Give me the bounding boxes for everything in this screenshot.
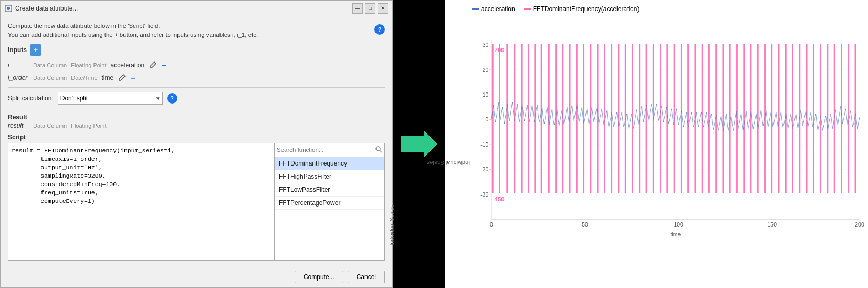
svg-rect-98 [562,120,563,193]
svg-rect-81 [813,44,814,120]
svg-rect-87 [855,44,856,120]
close-button[interactable]: ✕ [378,3,388,14]
function-item-3[interactable]: FFTPercentagePower [275,197,384,210]
svg-rect-139 [848,120,849,193]
svg-rect-125 [750,120,752,193]
svg-rect-73 [757,44,759,120]
minimize-button[interactable]: — [352,3,363,14]
svg-rect-40 [528,44,529,120]
svg-text:-10: -10 [480,142,488,148]
svg-rect-41 [534,44,536,120]
input-type-order-1: Data Column [33,75,67,81]
svg-rect-90 [506,120,508,193]
svg-text:-30: -30 [480,192,488,198]
svg-text:10: 10 [483,92,489,98]
add-input-button[interactable]: + [30,44,41,56]
split-help-button[interactable]: ? [167,93,177,104]
svg-rect-61 [674,44,675,120]
svg-rect-79 [799,44,800,120]
function-item-1[interactable]: FFTHighPassFilter [275,170,384,183]
svg-rect-134 [813,120,814,193]
edit-icon-i[interactable] [149,61,157,69]
inputs-label: Inputs [8,46,27,54]
svg-rect-109 [639,120,640,193]
svg-text:50: 50 [582,222,588,228]
info-section: Compute the new data attribute below in … [8,22,385,40]
script-label: Script [8,133,385,141]
svg-rect-94 [534,120,536,193]
legend-item-acceleration: acceleration [472,5,515,13]
result-var: result [8,122,29,129]
maximize-button[interactable]: □ [365,3,375,14]
svg-rect-65 [702,44,703,120]
svg-rect-115 [681,120,682,193]
svg-rect-72 [750,44,752,120]
svg-rect-133 [806,120,808,193]
svg-rect-63 [687,44,689,120]
input-var-i: i [8,61,29,69]
search-input[interactable] [277,147,373,153]
svg-rect-38 [514,44,516,120]
input-value-i: acceleration [110,61,144,69]
svg-rect-68 [723,44,724,120]
title-bar: Create data attribute... — □ ✕ [1,1,392,16]
svg-rect-92 [521,120,523,193]
svg-rect-137 [834,120,835,193]
svg-rect-59 [660,44,661,120]
svg-rect-58 [653,44,654,120]
svg-rect-84 [834,44,835,120]
svg-rect-127 [764,120,766,193]
script-section: Script result = FFTDominantFrequency(inp… [8,133,385,261]
legend-color-fft [524,8,531,10]
function-item-2[interactable]: FFTLowPassFilter [275,183,384,197]
function-item-0[interactable]: FFTDominantFrequency [275,157,384,170]
edit-icon-order[interactable] [118,74,126,82]
split-label: Split calculation: [8,95,54,102]
svg-rect-64 [694,44,696,120]
svg-rect-104 [604,120,605,193]
svg-text:Individual Scales: Individual Scales [389,204,395,245]
svg-text:20: 20 [483,67,489,73]
svg-rect-45 [562,44,563,120]
svg-rect-119 [708,120,710,193]
result-type-2: Floating Point [71,122,106,129]
svg-rect-129 [778,120,780,193]
function-search-panel: FFTDominantFrequency FFTHighPassFilter F… [274,143,384,261]
cancel-button[interactable]: Cancel [348,271,385,283]
chart-container: Individual Scales 30 20 10 0 -10 -20 [472,17,860,272]
svg-line-3 [380,150,382,152]
inputs-section: Inputs + i Data Column Floating Point ac… [8,44,385,83]
svg-rect-86 [848,44,849,120]
result-section: Result result Data Column Floating Point [8,114,385,129]
result-label: Result [8,114,385,121]
compute-button[interactable]: Compute... [295,271,343,283]
remove-icon-i[interactable]: − [161,61,170,69]
svg-text:100: 100 [674,222,683,228]
title-bar-left: Create data attribute... [5,5,78,12]
svg-rect-103 [597,120,599,193]
input-type-i-2: Floating Point [71,62,106,68]
svg-rect-120 [715,120,717,193]
svg-rect-113 [666,120,668,193]
input-row-i: i Data Column Floating Point acceleratio… [8,60,385,70]
svg-rect-114 [674,120,675,193]
svg-rect-55 [632,44,633,120]
fft-series [492,44,856,193]
svg-rect-78 [792,44,793,120]
svg-rect-101 [583,120,584,193]
svg-rect-111 [653,120,654,193]
split-select[interactable]: Don't split Split by group Split by time [58,92,163,105]
help-button[interactable]: ? [374,24,385,35]
script-textarea[interactable]: result = FFTDominantFrequency(input_seri… [8,143,274,261]
svg-rect-99 [569,120,571,193]
create-data-attribute-dialog: Create data attribute... — □ ✕ Compute t… [0,0,393,288]
svg-rect-100 [576,120,578,193]
legend-label-fft: FFTDominantFrequency(acceleration) [533,5,640,13]
svg-text:200: 200 [855,222,864,228]
svg-rect-51 [604,44,605,120]
svg-rect-128 [771,120,772,193]
svg-rect-138 [841,120,842,193]
remove-icon-order[interactable]: − [130,74,139,82]
svg-rect-49 [590,44,591,120]
svg-rect-56 [639,44,640,120]
